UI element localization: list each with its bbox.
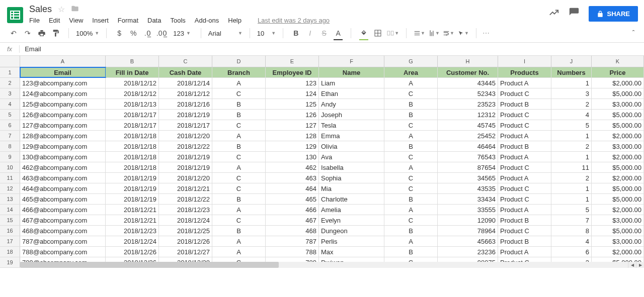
cell[interactable]: B [384, 99, 438, 109]
cell[interactable]: Joseph [319, 110, 384, 120]
cell[interactable]: 2018/12/17 [106, 110, 159, 120]
header-cell[interactable]: Fill in Date [106, 67, 159, 77]
row-header[interactable]: 11 [0, 173, 20, 183]
cell[interactable]: 129@abcompany.com [20, 141, 106, 151]
cell[interactable]: B [384, 247, 438, 257]
cell[interactable]: 467 [266, 215, 319, 225]
cell[interactable]: $3,000.00 [592, 236, 644, 246]
row-header[interactable]: 5 [0, 110, 20, 120]
cell[interactable]: Product C [498, 183, 551, 193]
menu-help[interactable]: Help [228, 17, 242, 24]
cell[interactable]: Ava [319, 152, 384, 162]
cell[interactable]: B [212, 194, 266, 204]
cell[interactable]: Isabella [319, 162, 384, 172]
cell[interactable]: 787 [266, 236, 319, 246]
header-cell[interactable]: Numbers [551, 67, 592, 77]
cell[interactable]: $5,000.00 [592, 162, 644, 172]
cell[interactable]: C [212, 152, 266, 162]
scroll-right-icon[interactable]: ▶ [636, 262, 644, 268]
row-header[interactable]: 12 [0, 183, 20, 193]
print-icon[interactable] [36, 27, 47, 39]
cell[interactable]: C [384, 152, 438, 162]
cell[interactable]: 2018/12/16 [159, 99, 212, 109]
cell[interactable]: $5,000.00 [592, 88, 644, 98]
collapse-toolbar-icon[interactable]: ˆ [628, 27, 639, 39]
zoom-select[interactable]: 100%▼ [73, 30, 102, 37]
cell[interactable]: Product A [498, 205, 551, 215]
cell[interactable]: 52343 [438, 88, 498, 98]
cell[interactable]: 2018/12/12 [106, 78, 159, 88]
cell[interactable]: 23236 [438, 247, 498, 257]
text-color-button[interactable]: A [333, 27, 344, 39]
cell[interactable]: 43445 [438, 78, 498, 88]
row-header[interactable]: 13 [0, 194, 20, 204]
cell[interactable]: C [212, 120, 266, 130]
cell[interactable]: $2,000.00 [592, 152, 644, 162]
cell[interactable]: B [384, 226, 438, 236]
folder-icon[interactable] [71, 5, 79, 15]
cell[interactable]: 2 [551, 141, 592, 151]
cell[interactable]: 788 [266, 247, 319, 257]
col-header-F[interactable]: F [319, 56, 384, 67]
cell[interactable]: 128 [266, 131, 319, 141]
cell[interactable]: 129 [266, 141, 319, 151]
menu-edit[interactable]: Edit [49, 17, 60, 24]
cell[interactable]: A [384, 236, 438, 246]
cell[interactable]: 2018/12/12 [106, 88, 159, 98]
menu-tools[interactable]: Tools [170, 17, 185, 24]
cell[interactable]: 3 [551, 88, 592, 98]
redo-icon[interactable]: ↷ [22, 27, 33, 39]
borders-button[interactable] [372, 27, 383, 39]
cell[interactable]: 123@abcompany.com [20, 78, 106, 88]
row-header[interactable]: 10 [0, 162, 20, 172]
col-header-C[interactable]: C [159, 56, 212, 67]
cell[interactable]: B [212, 226, 266, 236]
cell[interactable]: 2018/12/26 [159, 236, 212, 246]
cell[interactable]: 1 [551, 152, 592, 162]
cell[interactable]: Product C [498, 88, 551, 98]
cell[interactable]: 463@abcompany.com [20, 173, 106, 183]
v-align-button[interactable]: ▼ [428, 27, 440, 39]
font-select[interactable]: Arial▼ [205, 30, 246, 37]
cell[interactable]: Andy [319, 99, 384, 109]
select-all-corner[interactable] [0, 56, 20, 67]
cell[interactable]: 2018/12/18 [106, 141, 159, 151]
cell[interactable]: B [384, 141, 438, 151]
cell[interactable]: 2018/12/19 [159, 162, 212, 172]
percent-icon[interactable]: % [128, 27, 139, 39]
cell[interactable]: 125 [266, 99, 319, 109]
cell[interactable]: 78964 [438, 226, 498, 236]
bold-button[interactable]: B [290, 27, 301, 39]
cell[interactable]: 2018/12/18 [106, 162, 159, 172]
col-header-A[interactable]: A [20, 56, 106, 67]
formula-input[interactable]: Email [20, 45, 644, 53]
row-header[interactable]: 6 [0, 120, 20, 130]
share-button[interactable]: SHARE [589, 6, 638, 22]
col-header-B[interactable]: B [106, 56, 159, 67]
col-header-J[interactable]: J [551, 56, 592, 67]
cell[interactable]: A [384, 205, 438, 215]
cell[interactable]: C [212, 215, 266, 225]
col-header-G[interactable]: G [384, 56, 438, 67]
cell[interactable]: $2,000.00 [592, 131, 644, 141]
cell[interactable]: $3,000.00 [592, 99, 644, 109]
cell[interactable]: 34565 [438, 173, 498, 183]
cell[interactable]: 2018/12/17 [159, 120, 212, 130]
col-header-I[interactable]: I [498, 56, 551, 67]
cell[interactable]: C [384, 183, 438, 193]
cell[interactable]: 788@abcompany.com [20, 247, 106, 257]
cell[interactable]: Product C [498, 162, 551, 172]
cell[interactable]: 2018/12/18 [106, 131, 159, 141]
comment-icon[interactable] [569, 7, 580, 21]
cell[interactable]: Charlotte [319, 194, 384, 204]
header-cell[interactable]: Name [319, 67, 384, 77]
row-header-1[interactable]: 1 [0, 67, 20, 77]
cell[interactable]: Perlis [319, 236, 384, 246]
cell[interactable]: 2018/12/23 [159, 205, 212, 215]
row-header[interactable]: 17 [0, 236, 20, 246]
header-cell[interactable]: Cash Date [159, 67, 212, 77]
text-wrap-button[interactable]: ▼ [443, 27, 454, 39]
cell[interactable]: Max [319, 247, 384, 257]
cell[interactable]: $3,000.00 [592, 141, 644, 151]
cell[interactable]: Product A [498, 173, 551, 183]
